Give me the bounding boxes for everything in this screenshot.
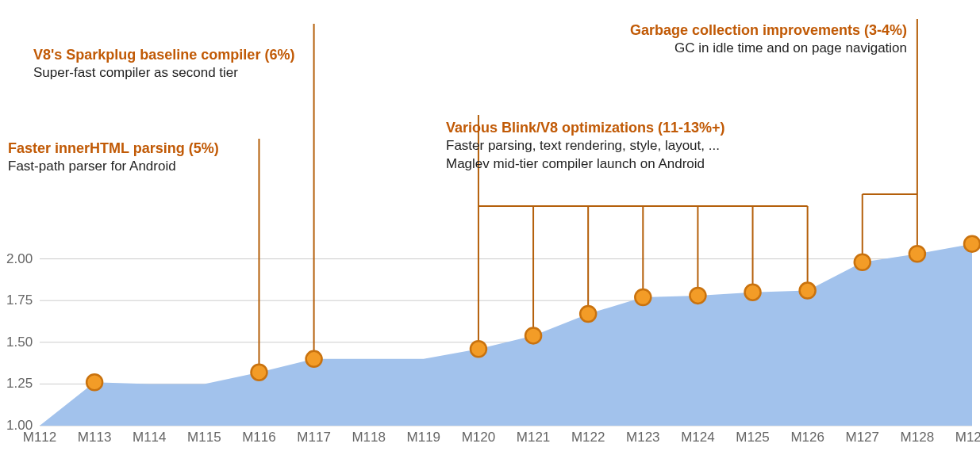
annotation-sparkplug: V8's Sparkplug baseline compiler (6%) Su… xyxy=(33,45,294,82)
annotation-innerhtml-sub: Fast-path parser for Android xyxy=(8,158,219,176)
data-point xyxy=(800,283,816,299)
annotation-blink-title: Various Blink/V8 optimizations (11-13%+) xyxy=(446,118,725,137)
annotation-gc: Garbage collection improvements (3-4%) G… xyxy=(630,21,907,58)
ytick: 1.50 xyxy=(6,335,33,350)
annotation-gc-title: Garbage collection improvements (3-4%) xyxy=(630,21,907,40)
xtick: M127 xyxy=(845,430,879,445)
xtick: M123 xyxy=(626,430,660,445)
ytick: 1.25 xyxy=(6,376,33,392)
ytick: 1.75 xyxy=(6,292,33,308)
data-point xyxy=(690,288,705,304)
annotation-blink-sub2: Maglev mid-tier compiler launch on Andro… xyxy=(446,155,725,174)
data-point xyxy=(251,365,267,380)
data-point xyxy=(855,254,870,270)
data-point xyxy=(471,341,486,357)
xtick: M121 xyxy=(517,430,551,445)
area-fill xyxy=(40,244,972,426)
data-point xyxy=(525,327,541,343)
xtick: M124 xyxy=(681,430,715,445)
data-point xyxy=(745,285,761,300)
xtick: M116 xyxy=(242,430,276,445)
annotation-blink-sub1: Faster parsing, text rendering, style, l… xyxy=(446,137,725,155)
xtick: M125 xyxy=(736,430,770,445)
xtick: M128 xyxy=(901,430,935,445)
xtick: M115 xyxy=(187,430,221,445)
data-point xyxy=(580,306,596,322)
xtick: M118 xyxy=(352,430,386,445)
xtick: M129 xyxy=(955,430,980,445)
xtick: M122 xyxy=(571,430,605,445)
xtick: M113 xyxy=(78,430,112,445)
xtick: M114 xyxy=(133,430,167,445)
xtick: M120 xyxy=(462,430,496,445)
data-point xyxy=(306,351,322,367)
xtick: M117 xyxy=(297,430,331,445)
annotation-innerhtml-title: Faster innerHTML parsing (5%) xyxy=(8,139,219,158)
annotation-blink: Various Blink/V8 optimizations (11-13%+)… xyxy=(446,118,725,174)
data-point xyxy=(635,289,651,305)
xtick: M119 xyxy=(407,430,441,445)
data-point xyxy=(86,374,102,390)
xtick: M126 xyxy=(790,430,824,445)
annotation-innerhtml: Faster innerHTML parsing (5%) Fast-path … xyxy=(8,139,219,176)
annotation-sparkplug-sub: Super-fast compiler as second tier xyxy=(33,64,294,82)
data-point xyxy=(964,236,980,252)
xtick: M112 xyxy=(23,430,57,445)
chart-container: { "chart_data": { "type": "area", "categ… xyxy=(0,0,980,455)
ytick: 2.00 xyxy=(6,251,33,267)
data-point xyxy=(909,246,925,262)
annotation-gc-sub: GC in idle time and on page navigation xyxy=(630,40,907,58)
annotation-sparkplug-title: V8's Sparkplug baseline compiler (6%) xyxy=(33,45,294,64)
